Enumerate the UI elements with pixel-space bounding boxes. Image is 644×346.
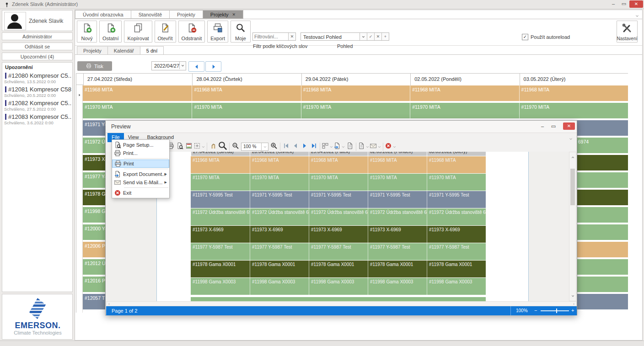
multipage-icon[interactable]	[322, 142, 333, 151]
close-button[interactable]: ✕	[629, 0, 643, 8]
next-day-button[interactable]	[205, 61, 221, 72]
file-menu-item-send-via-e-mail-[interactable]: Send via E-Mail...▶	[112, 178, 169, 186]
zoom-dropdown-icon[interactable]	[261, 143, 268, 150]
calendar-column-header[interactable]: 29.04.2022 (Pátek)	[301, 74, 410, 85]
preview-minimize-button[interactable]: –	[537, 123, 547, 130]
calendar-column-header[interactable]: 27.04.2022 (Středa)	[83, 74, 192, 85]
tab--vodn-obrazovka[interactable]: Úvodní obrazovka	[75, 10, 131, 19]
chevron-down-icon[interactable]	[392, 143, 397, 151]
chevron-down-icon[interactable]	[365, 143, 370, 151]
calendar-event-cell[interactable]: #11970 MITA	[519, 103, 628, 118]
calendar-event-cell[interactable]: #11970 MITA	[83, 103, 192, 118]
role-button[interactable]: Administrátor	[2, 32, 73, 40]
view-dropdown-icon[interactable]	[360, 33, 367, 40]
document-icon[interactable]	[345, 142, 354, 151]
subtab-kalendář[interactable]: Kalendář	[108, 46, 140, 55]
zoom-slider-thumb[interactable]	[556, 309, 557, 313]
preview-vscrollbar[interactable]	[569, 152, 576, 301]
filter-clear-icon[interactable]: ✕	[288, 33, 295, 40]
notification-item[interactable]: #12083 Kompresor C5...Schváleno, 3.6.202…	[2, 113, 72, 126]
calendar-event-cell[interactable]: #11970 MITA	[410, 103, 519, 118]
nový-button[interactable]: Nový	[77, 21, 97, 43]
calendar-column-header[interactable]: 02.05.2022 (Pondělí)	[410, 74, 519, 85]
tab-stanovi-t-[interactable]: Stanoviště	[131, 10, 170, 19]
zoom-in-icon[interactable]	[269, 142, 279, 151]
view-delete-icon[interactable]: ✕	[374, 33, 381, 40]
file-menu-item-print-[interactable]: Print...	[112, 149, 169, 157]
chevron-down-icon[interactable]	[341, 143, 345, 151]
notification-item[interactable]: #12081 Kompresor C58...Schváleno, 20.5.2…	[2, 85, 72, 99]
file-menu-item-print[interactable]: Print	[112, 160, 169, 168]
view-apply-icon[interactable]: ✓	[367, 33, 374, 40]
calendar-event-cell[interactable]: #11968 MITA	[301, 85, 410, 101]
export-button[interactable]: Export	[207, 21, 228, 43]
autoreload-checkbox[interactable]: ✓	[522, 34, 528, 40]
file-menu-item-exit[interactable]: Exit	[112, 189, 169, 197]
scale-icon[interactable]	[193, 142, 205, 151]
view-add-icon[interactable]: +	[381, 33, 389, 40]
calendar-row[interactable]: #11970 MITA#11970 MITA#11970 MITA#11970 …	[83, 103, 628, 118]
first-page-icon[interactable]	[282, 142, 291, 151]
date-picker[interactable]: 2022/04/27	[151, 61, 186, 70]
prev-day-button[interactable]	[188, 61, 204, 72]
logout-button[interactable]: Odhlásit se	[2, 43, 73, 50]
calendar-event-cell[interactable]: #11968 MITA	[192, 85, 301, 101]
preview-maximize-button[interactable]: ▭	[548, 123, 558, 130]
magnifier-icon[interactable]	[218, 142, 228, 151]
calendar-event-cell[interactable]: #11970 MITA	[301, 103, 410, 118]
document-icon[interactable]	[358, 142, 370, 151]
notification-item[interactable]: #12082 Kompresor C5...Schváleno, 27.5.20…	[2, 99, 72, 112]
calendar-event-cell[interactable]: #11968 MITA	[410, 85, 519, 101]
calendar-row[interactable]: #11968 MITA#11968 MITA#11968 MITA#11968 …	[83, 85, 628, 101]
file-menu-item-page-setup-[interactable]: Page Setup...	[112, 141, 169, 149]
email-icon[interactable]	[370, 142, 381, 151]
calendar-event-cell[interactable]: #11970 MITA	[192, 103, 301, 118]
zoom-out-icon[interactable]	[231, 142, 240, 151]
notification-item[interactable]: #12080 Kompresor C5...Schváleno, 13.5.20…	[2, 72, 72, 85]
odstranit-button[interactable]: Odstranit	[178, 21, 205, 43]
maximize-button[interactable]: ▭	[619, 0, 629, 8]
settings-button[interactable]: Nastavení	[617, 21, 638, 43]
vscroll-thumb[interactable]	[570, 169, 575, 205]
tab-projekty-active[interactable]: Projekty✕	[203, 10, 243, 19]
file-menu-item-export-document-[interactable]: Export Document...▶	[112, 170, 169, 178]
zoom-slider[interactable]	[541, 310, 569, 311]
ostatní-button[interactable]: Ostatní	[99, 21, 122, 43]
page-preview-icon[interactable]	[175, 142, 184, 151]
chevron-down-icon[interactable]	[201, 143, 205, 151]
header-footer-icon[interactable]	[184, 142, 193, 151]
zoom-plus-icon[interactable]: +	[571, 308, 574, 313]
preview-hscrollbar[interactable]: ‹ ›	[106, 301, 577, 306]
alerts-button[interactable]: Upozornění (4)	[2, 53, 73, 60]
tab-close-icon[interactable]: ✕	[232, 11, 236, 19]
print-button[interactable]: Tisk	[77, 61, 112, 71]
moje-button[interactable]: Moje	[231, 21, 251, 43]
scroll-down-icon[interactable]	[569, 292, 576, 300]
zoom-minus-icon[interactable]: −	[534, 308, 537, 313]
exit-icon[interactable]	[385, 142, 397, 151]
tab-projekty[interactable]: Projekty	[170, 10, 203, 19]
subtab-5-dní[interactable]: 5 dní	[140, 46, 164, 55]
otevřít-button[interactable]: Otevřít	[155, 21, 176, 43]
scroll-left-icon[interactable]: ‹	[108, 302, 110, 306]
view-combobox[interactable]: Testovací Pohled ✓ ✕ +	[301, 32, 389, 41]
kopírovat-button[interactable]: Kopírovat	[124, 21, 152, 43]
calendar-column-header[interactable]: 28.04.2022 (Čtvrtek)	[192, 74, 301, 85]
calendar-event-cell[interactable]: #11968 MITA	[83, 85, 192, 101]
last-page-icon[interactable]	[309, 142, 318, 151]
scroll-right-icon[interactable]: ›	[573, 302, 574, 306]
calendar-event-cell[interactable]: #11968 MITA	[519, 85, 628, 101]
calendar-column-header[interactable]: 03.05.2022 (Úterý)	[520, 74, 628, 85]
prev-page-icon[interactable]	[291, 142, 300, 151]
zoom-level-combobox[interactable]: 100 %	[241, 143, 268, 151]
minimize-button[interactable]: –	[608, 0, 618, 8]
next-page-icon[interactable]	[300, 142, 309, 151]
hand-icon[interactable]	[209, 142, 218, 151]
preview-close-button[interactable]: ✕	[563, 122, 575, 130]
doc-export-icon[interactable]	[333, 142, 345, 151]
date-dropdown-icon[interactable]	[179, 62, 186, 69]
chevron-down-icon[interactable]	[377, 143, 381, 151]
chevron-down-icon[interactable]	[329, 143, 333, 151]
filter-input[interactable]	[253, 33, 288, 40]
subtab-projekty[interactable]: Projekty	[77, 46, 108, 55]
